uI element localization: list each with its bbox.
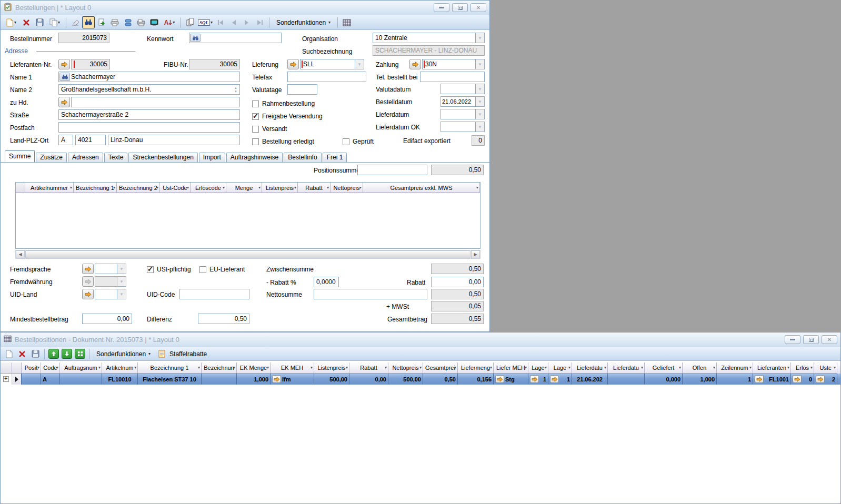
grid-column-header[interactable]: Erlös▾	[791, 362, 814, 374]
positionssumme-field[interactable]	[357, 165, 427, 175]
chevron-down-icon[interactable]: ▾	[419, 365, 422, 370]
cell-geliefert[interactable]: 0,000	[645, 374, 683, 385]
chevron-down-icon[interactable]: ▾	[641, 365, 643, 370]
nav-first-button[interactable]	[214, 16, 227, 28]
land-field[interactable]: A	[58, 135, 73, 145]
chevron-down-icon[interactable]: ▾	[156, 185, 158, 190]
lieferant-lookup-button[interactable]	[58, 59, 70, 69]
chevron-down-icon[interactable]: ▾	[327, 185, 329, 190]
grid-column-header[interactable]: Listenpreis▾	[262, 183, 298, 193]
move-up-button[interactable]	[47, 348, 60, 360]
search-icon[interactable]	[59, 73, 70, 81]
checkbox[interactable]	[252, 100, 259, 107]
tab-auftragshinweise[interactable]: Auftragshinweise	[226, 153, 283, 162]
nav-next-button[interactable]	[241, 16, 253, 28]
sonderfunktionen-menu[interactable]: Sonderfunktionen▾	[272, 18, 335, 27]
rabatt-prozent-field[interactable]: 0,0000	[314, 277, 339, 287]
lookup-arrow-icon[interactable]	[550, 375, 559, 383]
grid-column-header[interactable]: Gesamtprei▾	[423, 362, 458, 374]
chevron-down-icon[interactable]: ▾	[134, 365, 136, 370]
grid-column-header[interactable]: Zeilennum▾	[717, 362, 753, 374]
grid-column-header[interactable]: Bezeichnung 1▾	[74, 183, 117, 193]
cell-bezeichnun[interactable]	[202, 374, 237, 385]
grid-column-header[interactable]: Ustc▾	[814, 362, 837, 374]
chevron-down-icon[interactable]: ▾	[454, 365, 456, 370]
grid-column-header[interactable]: Bezeichnun▾	[202, 362, 237, 374]
chevron-down-icon[interactable]: ▾	[545, 365, 547, 370]
chevron-down-icon[interactable]: ▾	[834, 365, 836, 370]
scroll-right-icon[interactable]: ▶	[471, 250, 480, 258]
uid-land-lookup-button[interactable]	[82, 289, 94, 299]
postfach-field[interactable]	[58, 122, 240, 133]
cell-erl-s[interactable]: 0	[791, 374, 814, 385]
chevron-down-icon[interactable]: ▾	[294, 185, 296, 190]
checkbox[interactable]	[343, 138, 349, 145]
bestellungen-titlebar[interactable]: Bestellungen | * Layout 0 ✕	[1, 1, 489, 15]
datasets-button[interactable]	[122, 16, 134, 28]
move-down-button[interactable]	[61, 348, 73, 360]
zu-hd-field[interactable]	[71, 97, 240, 107]
grid-column-header[interactable]: Lage▾	[528, 362, 548, 374]
chevron-down-icon[interactable]: ▾	[346, 365, 348, 370]
grid-column-header[interactable]: Artikelnum▾	[102, 362, 138, 374]
valutadatum-field[interactable]: ▼	[440, 84, 485, 94]
bestelldatum-field[interactable]: 21.06.2022▼	[440, 96, 485, 107]
zahlung-lookup-button[interactable]	[409, 59, 421, 69]
copy-button[interactable]: ▾	[46, 16, 63, 28]
cell-lieferdatu[interactable]	[608, 374, 645, 385]
tab-frei-1[interactable]: Frei 1	[323, 153, 347, 162]
fax-print-button[interactable]	[135, 16, 147, 28]
uid-code-field[interactable]	[179, 289, 249, 299]
tab-streckenbestellungen[interactable]: Streckenbestellungen	[128, 153, 197, 162]
grid-column-header[interactable]: Ust-Code▾	[160, 183, 191, 193]
grid-column-header[interactable]: Liefermeng▾	[458, 362, 494, 374]
chevron-down-icon[interactable]: ▼	[355, 59, 364, 69]
chevron-down-icon[interactable]: ▾	[604, 365, 606, 370]
save-button[interactable]	[33, 16, 46, 28]
cell-code[interactable]: A	[41, 374, 60, 385]
grid-column-header[interactable]: Posit▾	[22, 362, 41, 374]
cell-lieferdatu[interactable]: 21.06.202	[572, 374, 608, 385]
freigabe-versendung-checkbox[interactable]: Freigabe Versendung	[252, 111, 323, 122]
grid-view-button[interactable]	[341, 16, 353, 28]
chevron-down-icon[interactable]: ▼	[117, 289, 126, 299]
restore-button[interactable]	[452, 3, 468, 12]
rabatt-field[interactable]: 0,00	[431, 277, 484, 287]
checkbox[interactable]	[199, 266, 206, 273]
lookup-arrow-icon[interactable]	[495, 375, 504, 383]
chevron-down-icon[interactable]: ▼	[476, 96, 485, 107]
chevron-down-icon[interactable]: ▼	[476, 33, 485, 43]
grid-column-header[interactable]: Artikelnummer▾	[25, 183, 74, 193]
grid-column-header[interactable]: Lieferdatu▾	[608, 362, 645, 374]
cell-ustc[interactable]: 2	[814, 374, 837, 385]
screen-view-button[interactable]	[148, 16, 161, 28]
chevron-down-icon[interactable]: ▾	[223, 185, 225, 190]
lookup-arrow-icon[interactable]	[530, 375, 539, 383]
chevron-down-icon[interactable]: ▾	[198, 365, 200, 370]
lieferanten-nr-field[interactable]: 30005	[71, 59, 110, 69]
cell-posit[interactable]	[22, 374, 41, 385]
chevron-down-icon[interactable]: ▾	[233, 365, 235, 370]
grid-column-header[interactable]: Code▾	[41, 362, 60, 374]
expand-plus-icon[interactable]	[3, 376, 9, 382]
cell-lage[interactable]: 1	[528, 374, 548, 385]
chevron-down-icon[interactable]: ▾	[267, 365, 269, 370]
geprueft-checkbox[interactable]: Geprüft	[343, 136, 374, 147]
chevron-down-icon[interactable]: ▾	[787, 365, 789, 370]
cell-liefermeng[interactable]: 0,156	[458, 374, 494, 385]
save-button[interactable]	[29, 348, 42, 360]
chevron-down-icon[interactable]: ▾	[359, 185, 362, 190]
bestellung-erledigt-checkbox[interactable]: Bestellung erledigt	[252, 136, 314, 147]
checkbox[interactable]	[252, 113, 259, 120]
grid-column-header[interactable]: Lage▾	[548, 362, 572, 374]
grid-column-header[interactable]: Rabatt▾	[349, 362, 388, 374]
grid-column-header[interactable]: Gesamtpreis exkl. MWS▾	[363, 183, 480, 193]
chevron-down-icon[interactable]: ▾	[187, 185, 189, 190]
tab-import[interactable]: Import	[199, 153, 225, 162]
lieferung-lookup-button[interactable]	[287, 59, 299, 69]
cell-ek-meh[interactable]: lfm	[271, 374, 314, 385]
chevron-down-icon[interactable]: ▾	[311, 365, 313, 370]
cell-liefer-meh[interactable]: Stg	[494, 374, 528, 385]
apply-all-button[interactable]	[74, 348, 86, 360]
mindestbestellbetrag-field[interactable]: 0,00	[82, 314, 132, 324]
